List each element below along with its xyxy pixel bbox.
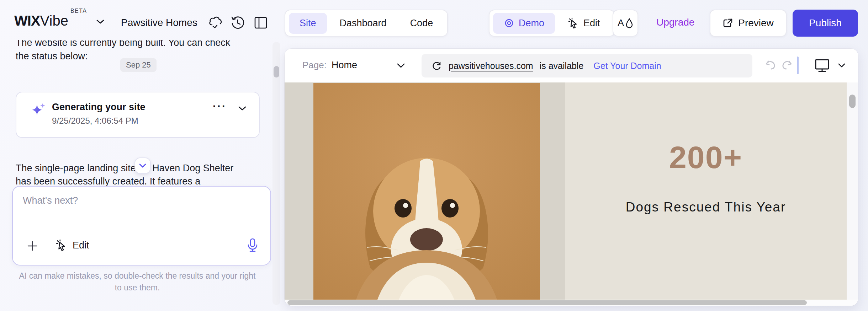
- upgrade-link[interactable]: Upgrade: [656, 17, 694, 28]
- undo-icon[interactable]: [764, 59, 777, 71]
- cursor-sparkle-icon: [55, 239, 68, 251]
- refresh-icon[interactable]: [431, 60, 442, 71]
- cloud-sync-icon[interactable]: [208, 16, 223, 30]
- attach-plus-icon[interactable]: [27, 241, 38, 251]
- card-chevron-down-icon[interactable]: [238, 105, 247, 112]
- chat-status-message-line1: The website is currently being built. Yo…: [16, 40, 265, 49]
- tab-dashboard[interactable]: Dashboard: [329, 13, 397, 34]
- ai-disclaimer-line1: AI can make mistakes, so double-check th…: [6, 270, 269, 282]
- tab-site[interactable]: Site: [289, 13, 327, 34]
- wix-vibe-logo[interactable]: WIX Vibe BETA: [14, 13, 87, 29]
- chat-panel: The website is currently being built. Yo…: [0, 40, 285, 311]
- hero-image-section: [285, 82, 565, 300]
- page-selector[interactable]: Page: Home: [302, 60, 357, 71]
- tab-code-label: Code: [410, 18, 433, 29]
- composer-edit-label: Edit: [73, 240, 89, 251]
- preview-vertical-scrollbar[interactable]: [847, 82, 858, 300]
- preview-vertical-scrollbar-thumb[interactable]: [849, 95, 856, 108]
- generating-card-title: Generating your site: [52, 102, 145, 113]
- preview-horizontal-scrollbar-thumb[interactable]: [287, 300, 807, 305]
- project-name: Pawsitive Homes: [121, 17, 197, 28]
- device-chevron-down-icon[interactable]: [837, 63, 846, 69]
- composer-edit-button[interactable]: Edit: [55, 239, 89, 251]
- mode-demo-label: Demo: [519, 18, 544, 29]
- preview-toolbar: Page: Home pawsitivehouses.com is availa…: [285, 49, 858, 82]
- tab-site-label: Site: [300, 18, 316, 29]
- tab-dashboard-label: Dashboard: [340, 18, 387, 29]
- redo-icon[interactable]: [780, 59, 793, 71]
- mode-demo[interactable]: Demo: [493, 13, 555, 34]
- mode-edit[interactable]: Edit: [557, 12, 611, 34]
- typography-theme-button[interactable]: A: [613, 10, 638, 37]
- page-chevron-down-icon[interactable]: [396, 63, 406, 69]
- card-menu-ellipsis-icon[interactable]: ···: [213, 100, 227, 112]
- stats-section: 200+ Dogs Rescued This Year: [565, 82, 847, 300]
- domain-link[interactable]: pawsitivehouses.com: [449, 61, 533, 71]
- chat-composer: Edit: [12, 186, 271, 266]
- page-selector-label: Page:: [302, 60, 327, 71]
- publish-label: Publish: [809, 17, 842, 29]
- site-preview-frame: Page: Home pawsitivehouses.com is availa…: [285, 49, 858, 306]
- chevron-down-icon: [138, 163, 147, 168]
- logo-wix-text: WIX: [14, 13, 40, 29]
- stat-value: 200+: [565, 139, 847, 176]
- cursor-sparkle-icon: [568, 17, 579, 29]
- website-canvas[interactable]: 200+ Dogs Rescued This Year: [285, 82, 847, 300]
- history-icon[interactable]: [231, 16, 245, 30]
- beta-badge: BETA: [70, 8, 87, 14]
- droplet-icon: [625, 18, 633, 28]
- view-tabs: Site Dashboard Code: [285, 10, 448, 37]
- domain-availability: is available: [540, 61, 584, 71]
- tab-code[interactable]: Code: [399, 13, 444, 34]
- chat-date-badge: Sep 25: [120, 58, 157, 72]
- generating-site-card[interactable]: Generating your site 9/25/2025, 4:06:54 …: [16, 92, 260, 138]
- domain-bar: pawsitivehouses.com is available Get You…: [422, 54, 752, 77]
- preview-label: Preview: [738, 17, 774, 29]
- preview-button[interactable]: Preview: [710, 10, 787, 37]
- ai-sparkle-icon: [30, 102, 47, 119]
- logo-vibe-text: Vibe: [40, 13, 68, 29]
- ai-disclaimer: AI can make mistakes, so double-check th…: [6, 270, 269, 294]
- device-monitor-icon[interactable]: [814, 58, 830, 74]
- chat-scrollbar[interactable]: [272, 42, 280, 305]
- mode-toggle: Demo Edit: [489, 10, 615, 37]
- ai-disclaimer-line2: to use them.: [6, 282, 269, 294]
- side-panel-icon[interactable]: [254, 16, 268, 29]
- chat-scrollbar-thumb[interactable]: [274, 66, 279, 77]
- typography-letter: A: [618, 17, 624, 29]
- preview-horizontal-scrollbar[interactable]: [285, 300, 858, 306]
- scroll-to-bottom-button[interactable]: [134, 157, 151, 174]
- get-your-domain-link[interactable]: Get Your Domain: [593, 61, 661, 71]
- microphone-icon[interactable]: [247, 238, 258, 253]
- publish-button[interactable]: Publish: [793, 10, 858, 37]
- external-link-icon: [723, 18, 733, 28]
- composer-input[interactable]: [23, 195, 258, 234]
- page-selector-value: Home: [332, 60, 357, 71]
- mode-edit-label: Edit: [583, 18, 600, 29]
- workspace-chevron-down-icon[interactable]: [95, 18, 105, 25]
- toolbar-divider: [797, 57, 799, 74]
- generating-card-timestamp: 9/25/2025, 4:06:54 PM: [52, 116, 138, 126]
- app-window: WIX Vibe BETA Pawsitive Homes Site Dashb…: [0, 0, 868, 311]
- dog-photo: [313, 83, 540, 300]
- eye-icon: [504, 18, 514, 28]
- stat-label: Dogs Rescued This Year: [565, 200, 847, 215]
